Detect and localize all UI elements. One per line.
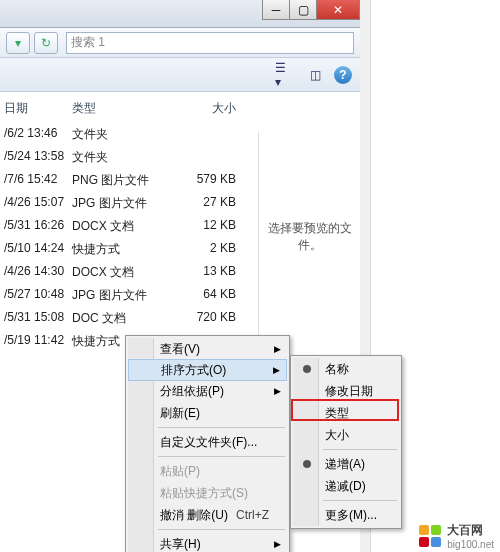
file-row[interactable]: /7/6 15:42PNG 图片文件579 KB — [0, 169, 258, 192]
sort-name[interactable]: 名称 — [293, 358, 399, 380]
watermark: 大百网 big100.net — [419, 522, 494, 550]
preview-hint: 选择要预览的文件。 — [265, 220, 354, 254]
logo-icon — [419, 525, 441, 547]
sort-asc[interactable]: 递增(A) — [293, 453, 399, 475]
file-row[interactable]: /4/26 15:07JPG 图片文件27 KB — [0, 192, 258, 215]
menu-share[interactable]: 共享(H)▶ — [128, 533, 287, 552]
file-row[interactable]: /5/27 10:48JPG 图片文件64 KB — [0, 284, 258, 307]
sort-submenu[interactable]: 名称 修改日期 类型 大小 递增(A) 递减(D) 更多(M)... — [290, 355, 402, 529]
col-date[interactable]: 日期 — [0, 100, 72, 117]
maximize-button[interactable]: ▢ — [289, 0, 317, 20]
help-button[interactable]: ? — [334, 66, 352, 84]
radio-icon — [303, 365, 311, 373]
sort-desc[interactable]: 递减(D) — [293, 475, 399, 497]
col-type[interactable]: 类型 — [72, 100, 168, 117]
search-input[interactable]: 搜索 1 — [66, 32, 354, 54]
menu-undo[interactable]: 撤消 删除(U)Ctrl+Z — [128, 504, 287, 526]
menu-view[interactable]: 查看(V)▶ — [128, 338, 287, 360]
address-toolbar: ▾ ↻ 搜索 1 — [0, 28, 360, 58]
view-options-button[interactable]: ☰ ▾ — [274, 65, 296, 85]
menu-group[interactable]: 分组依据(P)▶ — [128, 380, 287, 402]
menu-customize[interactable]: 自定义文件夹(F)... — [128, 431, 287, 453]
context-menu[interactable]: 查看(V)▶ 排序方式(O)▶ 分组依据(P)▶ 刷新(E) 自定义文件夹(F)… — [125, 335, 290, 552]
minimize-button[interactable]: ─ — [262, 0, 290, 20]
preview-pane: 选择要预览的文件。 — [258, 132, 360, 342]
file-row[interactable]: /5/24 13:58文件夹 — [0, 146, 258, 169]
file-row[interactable]: /6/2 13:46文件夹 — [0, 123, 258, 146]
refresh-button[interactable]: ↻ — [34, 32, 58, 54]
file-row[interactable]: /5/10 14:24快捷方式2 KB — [0, 238, 258, 261]
file-list[interactable]: 日期 类型 大小 /6/2 13:46文件夹/5/24 13:58文件夹/7/6… — [0, 92, 258, 359]
close-button[interactable]: ✕ — [316, 0, 360, 20]
radio-icon — [303, 460, 311, 468]
titlebar: ─ ▢ ✕ — [0, 0, 360, 28]
menu-paste-shortcut: 粘贴快捷方式(S) — [128, 482, 287, 504]
sort-date[interactable]: 修改日期 — [293, 380, 399, 402]
command-bar: ☰ ▾ ◫ ? — [0, 58, 360, 92]
column-headers[interactable]: 日期 类型 大小 — [0, 98, 258, 119]
sort-size[interactable]: 大小 — [293, 424, 399, 446]
sort-more[interactable]: 更多(M)... — [293, 504, 399, 526]
preview-pane-button[interactable]: ◫ — [304, 65, 326, 85]
sort-type[interactable]: 类型 — [293, 402, 399, 424]
menu-refresh[interactable]: 刷新(E) — [128, 402, 287, 424]
file-row[interactable]: /5/31 15:08DOC 文档720 KB — [0, 307, 258, 330]
col-size[interactable]: 大小 — [168, 100, 246, 117]
file-row[interactable]: /4/26 14:30DOCX 文档13 KB — [0, 261, 258, 284]
file-row[interactable]: /5/31 16:26DOCX 文档12 KB — [0, 215, 258, 238]
nav-dropdown-button[interactable]: ▾ — [6, 32, 30, 54]
menu-sort[interactable]: 排序方式(O)▶ — [128, 359, 287, 381]
menu-paste: 粘贴(P) — [128, 460, 287, 482]
